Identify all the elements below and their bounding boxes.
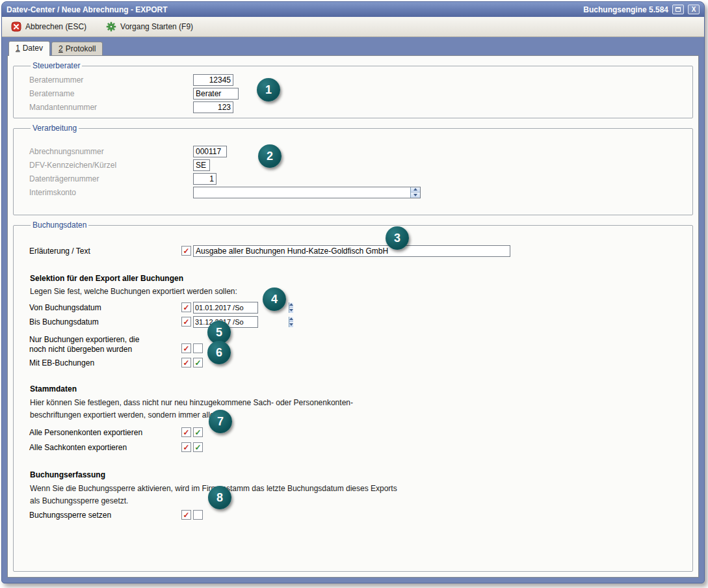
tab-datev-accel: 1 <box>16 44 20 53</box>
interimskonto-spinner <box>410 187 420 198</box>
close-button[interactable]: X <box>688 5 700 14</box>
spin-up-icon[interactable] <box>411 187 420 193</box>
spin-down-icon[interactable] <box>289 308 293 313</box>
selektion-intro: Legen Sie fest, welche Buchungen exporti… <box>30 286 677 297</box>
datentraegernummer-label: Datenträgernummer <box>29 174 193 183</box>
callout-badge-8: 8 <box>208 486 231 509</box>
callout-badge-2: 2 <box>258 144 282 168</box>
green-check-icon: ✓ <box>194 359 201 367</box>
nur-neue-confirm-checkbox[interactable]: ✓ <box>181 343 191 353</box>
start-button-label: Vorgang Starten (F9) <box>120 22 193 31</box>
abrechnungsnummer-input[interactable] <box>193 146 227 157</box>
tab-protokoll[interactable]: 2Protokoll <box>51 42 103 55</box>
group-steuerberater: Steuerberater Beraternummer Beratername … <box>13 61 693 118</box>
red-check-icon: ✓ <box>183 444 189 451</box>
stammdaten-info-line2: beschriftungen exportiert werden, sonder… <box>30 409 677 421</box>
interimskonto-row: Interimskonto <box>29 185 677 199</box>
beratername-input[interactable] <box>193 88 239 100</box>
maximize-button[interactable] <box>672 5 684 14</box>
personenkonten-row: Alle Personenkonten exportieren ✓ ✓ <box>29 425 677 439</box>
buchungserfassung-info-line1: Wenn Sie die Buchungssperre aktivieren, … <box>30 483 677 495</box>
red-check-icon: ✓ <box>183 429 189 436</box>
beratername-label: Beratername <box>29 89 193 98</box>
nur-neue-label-line1: Nur Buchungen exportieren, die <box>29 335 139 344</box>
toolbar: Abbrechen (ESC) Vorgang Starten (F9) <box>2 17 704 37</box>
beratername-row: Beratername <box>29 87 677 100</box>
bis-confirm-checkbox[interactable]: ✓ <box>181 317 191 327</box>
datentraegernummer-row: Datenträgernummer <box>29 172 677 185</box>
green-check-icon: ✓ <box>194 429 201 436</box>
beraternummer-input[interactable] <box>193 74 233 86</box>
sachkonten-label: Alle Sachkonten exportieren <box>29 443 181 452</box>
mit-eb-value-checkbox[interactable]: ✓ <box>193 358 203 368</box>
mandantennummer-row: Mandantennummer <box>29 100 677 114</box>
dfv-kennzeichen-input[interactable] <box>193 159 210 171</box>
dfv-kennzeichen-row: DFV-Kennzeichen/Kürzel <box>29 158 677 172</box>
personenkonten-confirm-checkbox[interactable]: ✓ <box>181 427 191 437</box>
red-check-icon: ✓ <box>183 359 189 367</box>
bis-datum-input[interactable] <box>194 317 289 327</box>
sachkonten-confirm-checkbox[interactable]: ✓ <box>181 442 191 452</box>
stammdaten-info-line1: Hier können Sie festlegen, dass nicht nu… <box>30 397 677 409</box>
spin-down-icon[interactable] <box>289 322 293 327</box>
mandantennummer-label: Mandantennummer <box>29 103 193 112</box>
beraternummer-label: Beraternummer <box>29 75 193 85</box>
mit-eb-confirm-checkbox[interactable]: ✓ <box>181 358 191 368</box>
cancel-button-label: Abbrechen (ESC) <box>25 22 86 31</box>
tab-page-datev: Steuerberater Beraternummer Beratername … <box>7 55 699 578</box>
interimskonto-label: Interimskonto <box>29 188 193 197</box>
dialog-window: Datev-Center / Neue Abrechnung - EXPORT … <box>1 1 705 583</box>
maximize-icon <box>675 7 681 12</box>
spin-down-icon[interactable] <box>411 193 420 198</box>
interimskonto-field <box>193 187 421 198</box>
group-buchungsdaten-legend: Buchungsdaten <box>31 220 88 230</box>
interimskonto-input[interactable] <box>194 187 410 198</box>
personenkonten-value-checkbox[interactable]: ✓ <box>193 427 203 437</box>
datentraegernummer-input[interactable] <box>193 173 216 185</box>
buchungssperre-confirm-checkbox[interactable]: ✓ <box>181 510 191 520</box>
sachkonten-value-checkbox[interactable]: ✓ <box>193 442 203 452</box>
start-button[interactable]: Vorgang Starten (F9) <box>101 19 198 34</box>
abrechnungsnummer-label: Abrechnungsnummer <box>29 147 193 156</box>
group-verarbeitung: Verarbeitung Abrechnungsnummer DFV-Kennz… <box>13 124 693 215</box>
callout-badge-1: 1 <box>257 78 280 101</box>
nur-neue-value-checkbox[interactable] <box>193 343 203 353</box>
von-buchungsdatum-label: Von Buchungsdatum <box>29 303 181 312</box>
start-gear-icon <box>106 21 116 32</box>
buchungssperre-row: Buchungssperre setzen ✓ <box>29 508 677 522</box>
spin-up-icon[interactable] <box>289 302 293 308</box>
bis-buchungsdatum-label: Bis Buchungsdatum <box>29 317 181 327</box>
engine-version-label: Buchungsengine 5.584 <box>583 5 668 14</box>
selektion-heading: Selektion für den Export aller Buchungen <box>30 273 677 284</box>
tab-datev[interactable]: 1Datev <box>8 41 50 56</box>
tab-datev-label: Datev <box>23 44 43 53</box>
spin-up-icon[interactable] <box>289 317 293 323</box>
callout-badge-6: 6 <box>207 341 231 364</box>
erlaeuterung-label: Erläuterung / Text <box>29 247 181 256</box>
buchungserfassung-info-line2: als Buchungssperre gesetzt. <box>30 495 677 507</box>
von-buchungsdatum-row: Von Buchungsdatum ✓ <box>29 301 677 314</box>
callout-badge-4: 4 <box>263 287 286 311</box>
mit-eb-label: Mit EB-Buchungen <box>29 358 181 368</box>
green-check-icon: ✓ <box>194 444 201 451</box>
titlebar[interactable]: Datev-Center / Neue Abrechnung - EXPORT … <box>2 2 704 17</box>
buchungserfassung-heading: Buchungserfassung <box>30 470 677 480</box>
nur-neue-label-line2: noch nicht übergeben wurden <box>29 345 132 354</box>
mandantennummer-input[interactable] <box>193 101 233 113</box>
tab-protokoll-accel: 2 <box>59 44 63 53</box>
red-check-icon: ✓ <box>183 247 189 255</box>
personenkonten-label: Alle Personenkonten exportieren <box>29 428 181 437</box>
cancel-button[interactable]: Abbrechen (ESC) <box>6 19 92 34</box>
erlaeuterung-input[interactable] <box>193 245 510 257</box>
close-icon: X <box>692 6 696 13</box>
von-datum-spinner <box>289 302 293 313</box>
erlaeuterung-confirm-checkbox[interactable]: ✓ <box>181 246 191 256</box>
red-check-icon: ✓ <box>183 511 189 519</box>
callout-badge-3: 3 <box>386 226 409 250</box>
nur-neue-row: Nur Buchungen exportieren, die noch nich… <box>29 335 677 354</box>
buchungssperre-value-checkbox[interactable] <box>193 510 203 520</box>
nur-neue-label: Nur Buchungen exportieren, die noch nich… <box>29 335 181 354</box>
page-frame: 1Datev 2Protokoll Steuerberater Beratern… <box>2 37 704 583</box>
von-confirm-checkbox[interactable]: ✓ <box>181 302 191 312</box>
bis-buchungsdatum-row: Bis Buchungsdatum ✓ <box>29 315 677 328</box>
